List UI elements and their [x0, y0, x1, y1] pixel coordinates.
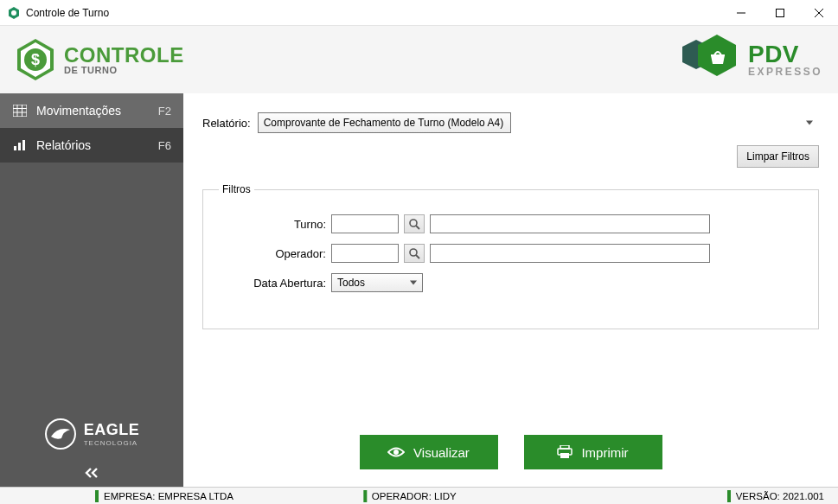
maximize-button[interactable]: [760, 0, 799, 25]
titlebar: Controle de Turno: [0, 0, 838, 26]
visualizar-label: Visualizar: [413, 445, 470, 460]
sidebar-item-relatorios[interactable]: Relatórios F6: [0, 128, 183, 163]
eye-icon: [387, 446, 405, 458]
sidebar-item-shortcut: F6: [158, 139, 171, 152]
data-abertura-select[interactable]: Todos: [331, 273, 423, 292]
vendor-subtitle: TECNOLOGIA: [84, 439, 140, 447]
header: $ CONTROLE DE TURNO PDV EXPRESSO: [0, 26, 838, 93]
sidebar-item-movimentacoes[interactable]: Movimentações F2: [0, 93, 183, 128]
main-panel: Relatório: Comprovante de Fechamento de …: [183, 93, 838, 487]
status-operador: OPERADOR: LIDY: [363, 490, 457, 502]
turno-code-input[interactable]: [331, 214, 399, 233]
app-logo-right: PDV EXPRESSO: [682, 35, 822, 85]
sidebar-item-label: Relatórios: [36, 138, 150, 152]
brand-title: PDV: [748, 42, 822, 67]
turno-desc-input[interactable]: [430, 214, 710, 233]
svg-rect-13: [13, 105, 27, 117]
clear-filters-button[interactable]: Limpar Filtros: [737, 145, 819, 168]
operador-desc-input[interactable]: [430, 244, 710, 263]
status-versao: VERSÃO: 2021.001: [727, 490, 824, 502]
magnifier-icon: [408, 247, 420, 259]
data-abertura-label: Data Abertura:: [219, 277, 331, 290]
window-title: Controle de Turno: [26, 7, 721, 19]
svg-rect-19: [18, 143, 21, 150]
svg-rect-3: [776, 9, 784, 16]
brand-subtitle: EXPRESSO: [748, 67, 822, 77]
grid-icon: [12, 105, 28, 117]
filters-fieldset: Filtros Turno: Operador:: [202, 183, 819, 329]
app-logo-left: $ CONTROLE DE TURNO: [16, 37, 184, 82]
operador-label: Operador:: [219, 247, 331, 260]
printer-icon: [557, 445, 573, 459]
report-select[interactable]: Comprovante de Fechamento de Turno (Mode…: [258, 112, 511, 133]
visualizar-button[interactable]: Visualizar: [360, 435, 498, 469]
svg-point-22: [410, 220, 417, 226]
chart-icon: [12, 139, 28, 151]
sidebar: Movimentações F2 Relatórios F6 EAGLE TEC…: [0, 93, 183, 487]
operador-code-input[interactable]: [331, 244, 399, 263]
status-empresa: EMPRESA: EMPRESA LTDA: [95, 490, 233, 502]
sidebar-item-shortcut: F2: [158, 105, 171, 118]
sidebar-collapse-button[interactable]: [0, 459, 183, 487]
minimize-button[interactable]: [721, 0, 760, 25]
svg-point-24: [410, 249, 417, 256]
svg-text:$: $: [31, 51, 40, 68]
turno-label: Turno:: [219, 218, 331, 231]
window-controls: [721, 0, 838, 25]
statusbar: EMPRESA: EMPRESA LTDA OPERADOR: LIDY VER…: [0, 487, 838, 504]
svg-line-25: [416, 255, 419, 258]
magnifier-icon: [408, 218, 420, 230]
turno-lookup-button[interactable]: [404, 214, 425, 233]
imprimir-label: Imprimir: [581, 445, 628, 460]
report-label: Relatório:: [202, 117, 251, 130]
vendor-logo: EAGLE TECNOLOGIA: [0, 402, 183, 459]
app-icon: [7, 6, 21, 20]
app-logo-title: CONTROLE: [64, 45, 184, 66]
filters-legend: Filtros: [219, 183, 254, 195]
operador-lookup-button[interactable]: [404, 244, 425, 263]
svg-rect-20: [22, 140, 25, 150]
svg-line-23: [416, 226, 419, 229]
hex-dollar-icon: $: [16, 37, 55, 82]
basket-hex-icon: [682, 35, 739, 85]
svg-point-26: [393, 450, 399, 455]
imprimir-button[interactable]: Imprimir: [524, 435, 662, 469]
vendor-title: EAGLE: [84, 421, 140, 439]
svg-rect-18: [14, 146, 16, 150]
svg-rect-29: [560, 453, 569, 458]
eagle-icon: [44, 418, 77, 450]
app-logo-subtitle: DE TURNO: [64, 66, 184, 75]
close-button[interactable]: [799, 0, 838, 25]
svg-point-1: [11, 10, 16, 16]
sidebar-item-label: Movimentações: [36, 104, 150, 118]
